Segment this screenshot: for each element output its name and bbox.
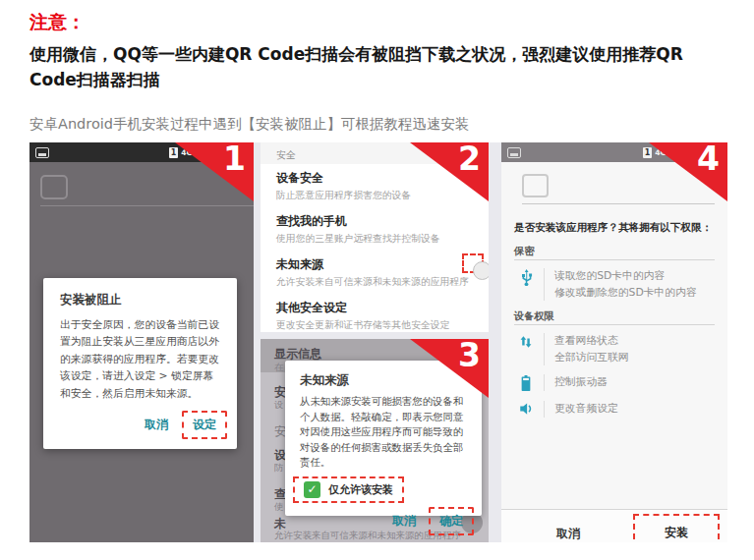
bg-text: 在: [274, 362, 284, 374]
section-privacy: 保密: [514, 245, 534, 258]
dialog-body: 从未知来源安装可能损害您的设备和个人数据。轻敲确定，即表示您同意对因使用这些应用…: [285, 392, 482, 471]
screenshot-step-1: 1 4G 7: 安装被阻止 出于安全原因，您的设备当前已设置为阻止安装从三星应用…: [29, 142, 254, 542]
divider: [522, 203, 715, 204]
network-arrows-icon: [517, 333, 535, 350]
divider: [514, 324, 715, 325]
ok-button[interactable]: 确定: [429, 507, 474, 535]
step-number: 1: [223, 142, 246, 178]
step-number: 4: [697, 142, 720, 178]
section-device-access: 设备权限: [514, 309, 554, 323]
speaker-icon: [517, 401, 535, 416]
sim-card-icon: [35, 147, 49, 158]
checkmark-icon: ✓: [304, 481, 320, 498]
divider: [40, 205, 254, 206]
step-number: 2: [458, 142, 481, 178]
checkbox-label: 仅允许该安装: [328, 482, 393, 497]
screenshot-step-3: 显示信息 在 安 设 安 设 防 查 使 未 允许安装来自可信来源和未知来源的应…: [261, 339, 489, 542]
battery-icon: [517, 374, 535, 391]
bg-text: 设: [274, 399, 284, 412]
dimmed-background: 安装被阻止 出于安全原因，您的设备当前已设置为阻止安装从三星应用商店以外的来源获…: [29, 162, 254, 542]
dialog-body: 出于安全原因，您的设备当前已设置为阻止安装从三星应用商店以外的来源获得的应用程序…: [43, 313, 237, 402]
install-blocked-dialog: 安装被阻止 出于安全原因，您的设备当前已设置为阻止安装从三星应用商店以外的来源获…: [43, 278, 237, 449]
cancel-button[interactable]: 取消: [136, 413, 177, 437]
usb-storage-icon: [517, 268, 535, 286]
bg-text: 使: [274, 501, 284, 514]
screenshot-step-4: 1 4G 7: 是否安装该应用程序？其将拥有以下权限： 保密 读取您的SD卡中的…: [501, 142, 727, 542]
notice-heading: 注意：: [29, 10, 86, 35]
divider: [514, 259, 715, 260]
allow-once-checkbox-row[interactable]: ✓ 仅允许该安装: [293, 476, 404, 503]
screenshots-strip: 1 4G 7: 安装被阻止 出于安全原因，您的设备当前已设置为阻止安装从三星应用…: [29, 142, 727, 542]
bg-text: 防: [274, 462, 284, 475]
highlight-dashed-box: [462, 253, 484, 273]
intro-text: 安卓Android手机安装过程中遇到【安装被阻止】可根据教程迅速安装: [29, 115, 470, 134]
step-number: 3: [458, 339, 481, 374]
permission-network: 查看网络状态 全部访问互联网: [517, 333, 629, 365]
permission-storage: 读取您的SD卡中的内容 修改或删除您的SD卡中的内容: [517, 268, 697, 301]
sim-card-icon: [507, 147, 521, 158]
bottom-button-bar: 取消 安装: [501, 509, 727, 542]
app-icon-placeholder: [522, 174, 549, 197]
dialog-title: 安装被阻止: [43, 278, 237, 313]
notice-body: 使用微信，QQ等一些内建QR Code扫描会有被阻挡下载之状况，强烈建议使用推荐…: [29, 41, 733, 93]
list-item-other-security[interactable]: 其他安全设定 更改安全更新和证书存储等其他安全设定: [261, 294, 489, 332]
install-question-title: 是否安装该应用程序？其将拥有以下权限：: [514, 221, 721, 235]
settings-button[interactable]: 设定: [182, 411, 227, 439]
list-item-unknown-sources[interactable]: 未知来源 允许安装来自可信来源和未知来源的应用程序: [261, 251, 489, 294]
install-button[interactable]: 安装: [633, 514, 720, 542]
app-icon-placeholder: [40, 175, 68, 199]
cancel-button[interactable]: 取消: [383, 509, 425, 533]
cancel-button[interactable]: 取消: [539, 523, 598, 542]
screenshot-step-2: 安全 设备安全 防止恶意应用程序损害您的设备 查找我的手机 使用您的三星账户远程…: [261, 142, 489, 332]
list-item-find-my-mobile[interactable]: 查找我的手机 使用您的三星账户远程查找并控制设备: [261, 207, 489, 251]
install-permissions-screen: 是否安装该应用程序？其将拥有以下权限： 保密 读取您的SD卡中的内容 修改或删除…: [501, 162, 727, 542]
permission-audio: 更改音频设定: [517, 401, 618, 418]
permission-vibration: 控制振动器: [517, 374, 608, 391]
